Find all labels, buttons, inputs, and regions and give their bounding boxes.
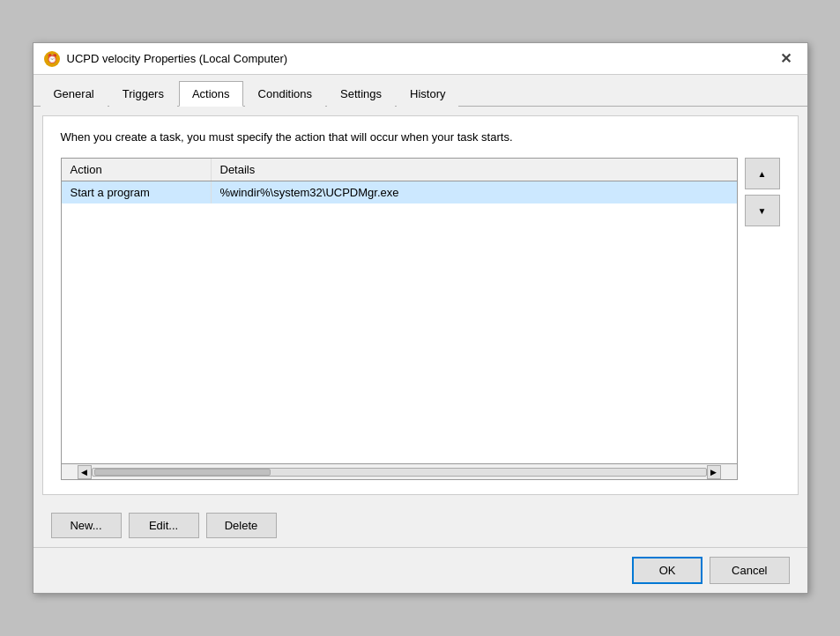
tab-bar: General Triggers Actions Conditions Sett… <box>33 75 807 107</box>
actions-table: Action Details Start a program %windir%\… <box>61 158 738 480</box>
footer: OK Cancel <box>33 547 807 593</box>
tab-settings[interactable]: Settings <box>327 81 395 107</box>
scroll-right-button[interactable]: ▶ <box>707 465 721 479</box>
row-details-cell: %windir%\system32\UCPDMgr.exe <box>212 181 737 203</box>
tab-history[interactable]: History <box>397 81 458 107</box>
table-row[interactable]: Start a program %windir%\system32\UCPDMg… <box>62 181 737 203</box>
move-down-button[interactable]: ▼ <box>745 195 780 226</box>
tab-general[interactable]: General <box>41 81 108 107</box>
move-up-button[interactable]: ▲ <box>745 158 780 189</box>
cancel-button[interactable]: Cancel <box>710 557 789 584</box>
bottom-action-buttons: New... Edit... Delete <box>33 504 807 547</box>
tab-triggers[interactable]: Triggers <box>109 81 177 107</box>
content-area: When you create a task, you must specify… <box>42 115 799 495</box>
app-icon: ⏰ <box>44 51 60 67</box>
sort-buttons: ▲ ▼ <box>745 158 780 226</box>
scrollbar-track[interactable] <box>92 468 707 477</box>
horizontal-scrollbar[interactable]: ◀ ▶ <box>62 463 737 479</box>
column-action-header: Action <box>62 159 212 181</box>
delete-button[interactable]: Delete <box>206 513 277 538</box>
column-details-header: Details <box>212 159 737 181</box>
tab-actions[interactable]: Actions <box>179 81 243 107</box>
table-body: Start a program %windir%\system32\UCPDMg… <box>62 181 737 463</box>
title-bar: ⏰ UCPD velocity Properties (Local Comput… <box>33 43 807 75</box>
tab-conditions[interactable]: Conditions <box>245 81 325 107</box>
table-header: Action Details <box>62 159 737 181</box>
new-button[interactable]: New... <box>51 513 122 538</box>
row-action-cell: Start a program <box>62 181 212 203</box>
close-button[interactable]: ✕ <box>776 48 797 70</box>
description-text: When you create a task, you must specify… <box>61 130 780 144</box>
scrollbar-thumb[interactable] <box>94 469 271 476</box>
ok-button[interactable]: OK <box>632 557 702 584</box>
table-container: Action Details Start a program %windir%\… <box>61 158 780 480</box>
dialog-window: ⏰ UCPD velocity Properties (Local Comput… <box>33 42 808 594</box>
edit-button[interactable]: Edit... <box>129 513 199 538</box>
scroll-left-button[interactable]: ◀ <box>78 465 92 479</box>
window-title: UCPD velocity Properties (Local Computer… <box>67 52 288 65</box>
